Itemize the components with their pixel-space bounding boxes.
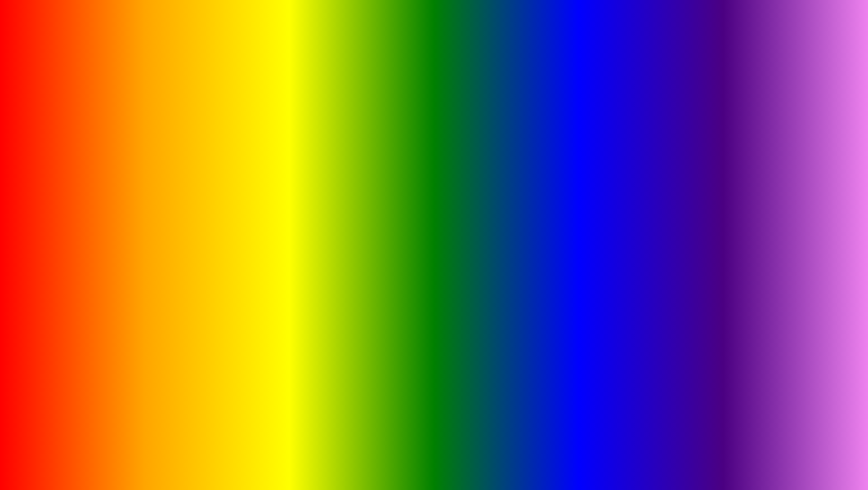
teleport-timple-row[interactable]: Teleport To Timple Of Time |🍎 [658, 160, 831, 175]
teleport-ancient-label: Teleport To Acient One (Must Be in Templ… [662, 195, 814, 200]
race-v4-label: Race V4 [614, 187, 635, 193]
right-panel-nav: 🍎 APPLE HUB Stats Race V4 PVP Dungeon [600, 146, 658, 249]
skull-logo: 💀 [779, 407, 815, 443]
teleport-label: Teleport [614, 232, 634, 239]
auto-buy-icon: 🍎 [662, 238, 670, 245]
race-v4-circle [607, 187, 612, 192]
boss-defeat: Defeat : 500 [46, 270, 246, 277]
unlock-lever-row[interactable]: Unlock Lever. |🍎 [658, 205, 831, 220]
right-hub-logo-row: 🍎 APPLE HUB [602, 148, 655, 166]
logo-bottom-right: 💀 BL✕X FRUITS [771, 407, 823, 479]
auto-buy-checkbox[interactable] [819, 238, 826, 245]
teleport-lever-label: Teleport To Lever Pull [662, 179, 814, 186]
teleport-greattree-icon: |🍎 [817, 149, 826, 156]
apple-hub-logo: 🍎 [42, 137, 56, 151]
right-panel: Blox Fruit | discord.gg/Dg5nr8CrVV [Righ… [598, 133, 832, 251]
left-panel-header: 🍎 APPLE HUB Blox Fruit | discord.gg/Dg5n… [37, 134, 255, 155]
right-panel-content: 🍎 APPLE HUB Stats Race V4 PVP Dungeon [600, 146, 831, 249]
update-word: UPDATE [77, 429, 272, 479]
boss-name: Dough Boss [46, 263, 246, 270]
main-title: BLOX FRUITS [0, 9, 868, 90]
update-number: 20 [286, 429, 341, 479]
teleport-greattree-row[interactable]: Teleport To Top Of GreatTree |🍎 [658, 146, 831, 160]
teleport-ancient-row[interactable]: Teleport To Acient One (Must Be in Templ… [658, 190, 831, 205]
mobile-line2: ANDROID ✓ [43, 225, 206, 256]
right-race-v4-btn[interactable]: Race V4 [602, 183, 655, 196]
pvp-label: PVP [614, 202, 625, 208]
auto-buy-gear-row[interactable]: 🍎 | Auto Buy Gear [658, 235, 831, 249]
dungeon-circle [607, 218, 612, 223]
mobile-android-label: MOBILE ANDROID ✓ [43, 193, 206, 257]
right-panel-header: Blox Fruit | discord.gg/Dg5nr8CrVV [Righ… [600, 134, 831, 146]
update-script: SCRIPT [356, 429, 534, 479]
bottom-text: UPDATE 20 SCRIPT PASTEBIN [0, 432, 868, 477]
teleport-timple-label: Teleport To Timple Of Time [662, 165, 814, 171]
unlock-lever-label: Unlock Lever. [662, 209, 814, 216]
free-banner: FREE NO KEY !! [367, 134, 495, 203]
clock-acces-label: Clock Acces [662, 224, 814, 231]
teleport-timple-icon: |🍎 [817, 164, 826, 171]
logo-br-blox: BL✕X [771, 443, 823, 462]
dungeon-label: Dungeon [614, 217, 636, 223]
update-line: UPDATE 20 SCRIPT PASTEBIN [0, 432, 868, 477]
main-title-container: BLOX FRUITS [0, 9, 868, 90]
farm-nearest-checkbox[interactable] [243, 173, 251, 180]
teleport-greattree-label: Teleport To Top Of GreatTree [662, 150, 814, 156]
left-discord: Blox Fruit | discord.gg/Dg5nr8CrVV [100, 141, 217, 147]
teleport-circle [607, 233, 612, 238]
teleport-ancient-icon: |🍎 [817, 194, 826, 201]
right-hub-name: APPLE HUB [622, 154, 650, 160]
farm-nearest-row[interactable]: 🍎 | Farm Nearest [37, 169, 255, 183]
logo-br-fruits: FRUITS [771, 462, 823, 479]
right-pvp-btn[interactable]: PVP [602, 198, 655, 212]
pvp-circle [607, 202, 612, 208]
stats-label: Stats [614, 171, 626, 178]
farm-level-row[interactable]: 🍎 | Farm Level [37, 155, 255, 169]
right-keybind: [RightControl] [796, 137, 826, 142]
farm-level-icon: 🍎 [42, 157, 51, 166]
farm-nearest-icon: 🍎 [42, 172, 51, 180]
farm-chest-boss-checkbox[interactable] [243, 216, 251, 223]
farm-level-label: | Farm Level [54, 158, 240, 165]
left-hub-name: APPLE HUB [60, 140, 96, 147]
mobile-line1: MOBILE [43, 193, 206, 225]
update-pastebin: PASTEBIN [549, 429, 791, 479]
farm-nearest-label: | Farm Nearest [54, 173, 240, 179]
unlock-lever-icon: |🍎 [817, 209, 826, 216]
right-panel-items: Teleport To Top Of GreatTree |🍎 Teleport… [658, 146, 831, 249]
boss-info: Dough Boss Defeat : 500 [37, 259, 255, 281]
teleport-lever-icon: |🍎 [817, 179, 826, 186]
right-hub-logo: 🍎 [604, 150, 618, 164]
right-stats-btn[interactable]: Stats [602, 168, 655, 181]
farm-chest-safe-checkbox[interactable] [243, 201, 251, 209]
right-teleport-btn[interactable]: Teleport [602, 229, 655, 242]
android-checkmark: ✓ [185, 227, 206, 256]
teleport-lever-row[interactable]: Teleport To Lever Pull |🍎 [658, 175, 831, 190]
farm-level-checkbox[interactable] [243, 158, 251, 165]
auto-buy-label: | Auto Buy Gear [673, 239, 816, 245]
right-discord: Blox Fruit | discord.gg/Dg5nr8CrVV [604, 137, 792, 142]
stats-circle [607, 172, 612, 177]
clock-acces-row[interactable]: Clock Acces |🍎 [658, 220, 831, 235]
right-dungeon-btn[interactable]: Dungeon [602, 214, 655, 227]
left-keybind: [RightControl] [220, 141, 251, 147]
clock-acces-icon: |🍎 [817, 223, 826, 231]
